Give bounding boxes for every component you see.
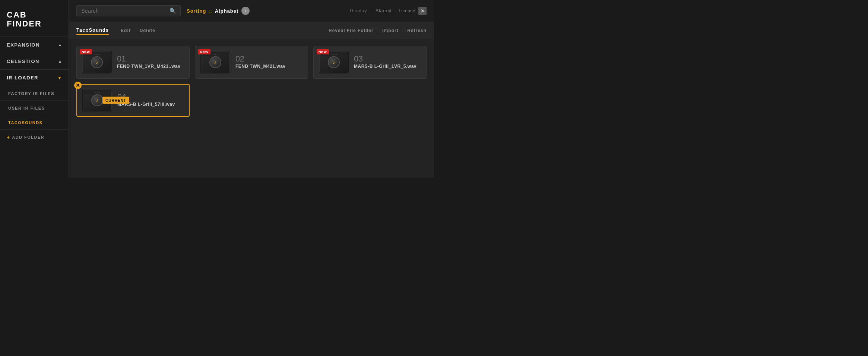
cab-name-ir-03: MARS-B L-Grill_1VR_5.wav <box>354 64 416 70</box>
toolbar-active-tab[interactable]: TacoSounds <box>76 26 109 35</box>
sorting-section: Sorting :: Alphabet ↑ <box>187 7 250 15</box>
ir-grid: NEW ♪ 01 FEND TWN_1VR_M421..wav NE <box>69 39 434 178</box>
delete-button[interactable]: Delete <box>137 26 158 35</box>
edit-button[interactable]: Edit <box>118 26 134 35</box>
sidebar-item-expansion[interactable]: EXPANSION ▲ <box>0 37 69 53</box>
tacosounds-label: TACOSOUNDS <box>8 120 42 125</box>
sorting-separator: :: <box>209 8 212 14</box>
display-separator: :: <box>370 8 373 13</box>
sidebar: CAB FINDER EXPANSION ▲ CELESTION ▲ IR LO… <box>0 0 69 178</box>
display-starred[interactable]: Starred <box>376 8 392 13</box>
display-label: Display <box>350 8 367 13</box>
new-badge-ir-02: NEW <box>198 49 210 54</box>
expansion-arrow: ▲ <box>58 43 62 47</box>
import-button[interactable]: Import <box>382 28 398 33</box>
sorting-value: Alphabet <box>215 8 239 14</box>
user-ir-label: USER IR FILES <box>8 106 45 110</box>
add-folder-plus: + <box>7 134 10 140</box>
sidebar-item-celestion[interactable]: CELESTION ▲ <box>0 53 69 70</box>
close-button[interactable]: ✕ <box>418 7 427 15</box>
ir-card-ir-01[interactable]: NEW ♪ 01 FEND TWN_1VR_M421..wav <box>76 46 190 79</box>
expansion-label: EXPANSION <box>7 42 40 48</box>
search-icon: 🔍 <box>170 8 176 14</box>
waveform-icon-ir-03: ♪ <box>333 59 335 65</box>
cab-number-ir-01: 01 <box>117 55 180 63</box>
sidebar-item-user-ir[interactable]: USER IR FILES <box>0 101 69 115</box>
ir-card-ir-04[interactable]: ✕ ♪ CURRENT 04 MARS-B L-Grill_57III.wav <box>76 84 190 117</box>
cab-info-ir-02: 02 FEND TWN_M421.wav <box>235 55 286 70</box>
current-badge-ir-04: CURRENT <box>102 97 129 104</box>
celestion-label: CELESTION <box>7 59 39 64</box>
display-section: Display :: Starred | License ✕ <box>350 7 427 15</box>
cab-finder-title: CAB FINDER <box>0 0 69 37</box>
toolbar-pipe-1: | <box>377 28 379 34</box>
cab-thumbnail-ir-01: ♪ <box>82 51 112 73</box>
cab-thumbnail-ir-03: ♪ <box>319 51 349 73</box>
add-folder-button[interactable]: + ADD FOLDER <box>0 130 69 145</box>
sidebar-item-tacosounds[interactable]: TACOSOUNDS <box>0 115 69 130</box>
waveform-icon-ir-02: ♪ <box>214 59 217 65</box>
cab-number-ir-03: 03 <box>354 55 416 63</box>
factory-ir-label: FACTORY IR FILES <box>8 91 54 96</box>
cab-thumbnail-ir-02: ♪ <box>200 51 230 73</box>
sidebar-item-ir-loader[interactable]: IR LOADER ▼ <box>0 70 69 86</box>
cab-name-ir-01: FEND TWN_1VR_M421..wav <box>117 64 180 70</box>
cab-name-ir-02: FEND TWN_M421.wav <box>235 64 286 70</box>
main-content: 🔍 Sorting :: Alphabet ↑ Display :: Starr… <box>69 0 434 178</box>
toolbar-pipe-2: | <box>402 28 404 34</box>
app-container: CAB FINDER EXPANSION ▲ CELESTION ▲ IR LO… <box>0 0 434 178</box>
cab-info-ir-01: 01 FEND TWN_1VR_M421..wav <box>117 55 180 70</box>
search-container[interactable]: 🔍 <box>76 5 181 16</box>
toolbar: TacoSounds Edit Delete Reveal File Folde… <box>69 22 434 39</box>
top-bar: 🔍 Sorting :: Alphabet ↑ Display :: Starr… <box>69 0 434 22</box>
waveform-icon-ir-04: ♪ <box>96 97 99 103</box>
refresh-button[interactable]: Refresh <box>407 28 427 33</box>
celestion-arrow: ▲ <box>58 59 62 63</box>
new-badge-ir-03: NEW <box>317 49 329 54</box>
sorting-label: Sorting <box>187 8 206 14</box>
ir-card-ir-03[interactable]: NEW ♪ 03 MARS-B L-Grill_1VR_5.wav <box>313 46 427 79</box>
cab-number-ir-02: 02 <box>235 55 286 63</box>
display-license[interactable]: License <box>399 8 415 13</box>
add-folder-label: ADD FOLDER <box>12 135 44 139</box>
display-divider: | <box>395 8 396 13</box>
search-input[interactable] <box>81 8 167 14</box>
new-badge-ir-01: NEW <box>80 49 92 54</box>
toolbar-right: Reveal File Folder | Import | Refresh <box>329 28 427 34</box>
ir-loader-label: IR LOADER <box>7 75 38 81</box>
cab-info-ir-03: 03 MARS-B L-Grill_1VR_5.wav <box>354 55 416 70</box>
sidebar-item-factory-ir[interactable]: FACTORY IR FILES <box>0 86 69 101</box>
ir-card-ir-02[interactable]: NEW ♪ 02 FEND TWN_M421.wav <box>195 46 308 79</box>
sort-direction-button[interactable]: ↑ <box>241 7 250 15</box>
waveform-icon-ir-01: ♪ <box>96 59 98 65</box>
ir-loader-arrow: ▼ <box>57 75 62 81</box>
reveal-file-folder-button[interactable]: Reveal File Folder <box>329 28 374 33</box>
remove-button-ir-04[interactable]: ✕ <box>74 82 82 89</box>
